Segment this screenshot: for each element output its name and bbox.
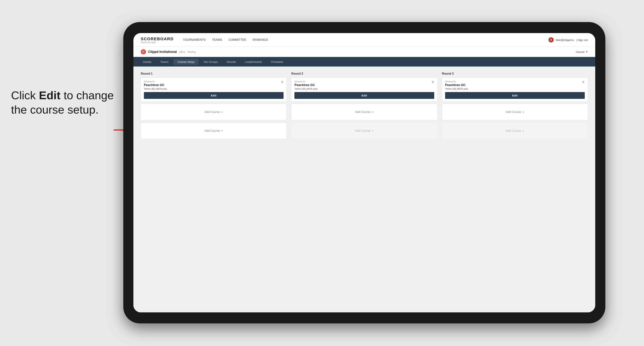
- round-2-course-name: Peachtree GC: [294, 83, 434, 87]
- tab-teams[interactable]: Teams: [156, 59, 172, 65]
- brand-sub: Powered by clippd: [141, 41, 174, 43]
- round-3-add-plus-2: +: [522, 129, 524, 133]
- round-1-add-course-1-label: Add Course: [204, 110, 220, 114]
- round-1-delete-icon[interactable]: 🗑: [280, 80, 284, 84]
- nav-links: TOURNAMENTS TEAMS COMMITTEE RANKINGS: [183, 38, 268, 41]
- round-2-add-plus-2: +: [372, 129, 374, 133]
- cancel-icon: ✕: [586, 50, 588, 53]
- round-1-course-tag: (Course A): [144, 80, 284, 83]
- round-2-add-plus-1: +: [372, 110, 374, 114]
- round-3-add-course-2: Add Course +: [442, 123, 588, 139]
- sign-out-link[interactable]: | Sign out: [576, 38, 588, 41]
- tab-bar: Details Teams Course Setup Tee Groups Re…: [134, 57, 595, 66]
- round-2-add-course-1[interactable]: Add Course +: [291, 104, 437, 120]
- tournament-name: Clippd Invitational: [148, 50, 177, 54]
- round-1-edit-button[interactable]: Edit: [144, 92, 284, 99]
- tab-results[interactable]: Results: [223, 59, 240, 65]
- clippd-logo: C: [141, 49, 146, 54]
- round-3-label: Round 3: [442, 72, 588, 75]
- tournament-gender: (Men): [179, 50, 185, 53]
- tournament-header: C Clippd Invitational (Men) Hosting Canc…: [134, 47, 595, 57]
- nav-rankings[interactable]: RANKINGS: [253, 38, 268, 41]
- instruction-before: Click: [11, 89, 39, 102]
- round-3-column: Round 3 🗑 (Course A) Peachtree GC Yellow…: [442, 72, 588, 141]
- tablet-screen: SCOREBOARD Powered by clippd TOURNAMENTS…: [134, 33, 595, 312]
- round-2-course-card: 🗑 (Course A) Peachtree GC Yellow (M) (66…: [291, 78, 437, 102]
- round-3-course-tag: (Course A): [445, 80, 585, 83]
- tab-tee-groups[interactable]: Tee Groups: [200, 59, 222, 65]
- round-1-add-course-2-label: Add Course: [204, 129, 220, 133]
- round-3-edit-button[interactable]: Edit: [445, 92, 585, 99]
- round-3-add-plus-1: +: [522, 110, 524, 114]
- round-2-column: Round 2 🗑 (Course A) Peachtree GC Yellow…: [291, 72, 437, 141]
- tablet-shell: SCOREBOARD Powered by clippd TOURNAMENTS…: [123, 22, 605, 323]
- top-nav: SCOREBOARD Powered by clippd TOURNAMENTS…: [134, 33, 595, 47]
- round-3-add-course-2-label: Add Course: [506, 129, 521, 133]
- nav-tournaments[interactable]: TOURNAMENTS: [183, 38, 206, 41]
- round-3-course-card: 🗑 (Course A) Peachtree GC Yellow (M) (66…: [442, 78, 588, 102]
- avatar: B: [548, 37, 554, 42]
- tab-leaderboards[interactable]: Leaderboards: [241, 59, 266, 65]
- round-2-add-course-2: Add Course +: [291, 123, 437, 139]
- round-1-label: Round 1: [141, 72, 287, 75]
- round-1-add-course-1[interactable]: Add Course +: [141, 104, 287, 120]
- round-2-label: Round 2: [291, 72, 437, 75]
- rounds-grid: Round 1 🗑 (Course A) Peachtree GC Yellow…: [141, 72, 588, 141]
- round-2-add-course-1-label: Add Course: [355, 110, 370, 114]
- cancel-button[interactable]: Cancel ✕: [576, 50, 588, 53]
- instruction-bold: Edit: [39, 89, 60, 102]
- round-3-course-name: Peachtree GC: [445, 83, 585, 87]
- round-2-edit-button[interactable]: Edit: [294, 92, 434, 99]
- nav-teams[interactable]: TEAMS: [212, 38, 222, 41]
- user-email: blair@clippd.io: [556, 38, 574, 41]
- nav-left: SCOREBOARD Powered by clippd TOURNAMENTS…: [141, 36, 268, 43]
- round-2-course-details: Yellow (M) (6629 yds): [294, 87, 434, 90]
- round-1-add-plus-2: +: [221, 129, 223, 133]
- round-3-course-details: Yellow (M) (6629 yds): [445, 87, 585, 90]
- round-1-course-name: Peachtree GC: [144, 83, 284, 87]
- brand-title: SCOREBOARD: [141, 36, 174, 41]
- round-1-course-details: Yellow (M) (6629 yds): [144, 87, 284, 90]
- nav-right: B blair@clippd.io | Sign out: [548, 37, 588, 42]
- round-2-course-tag: (Course A): [294, 80, 434, 83]
- round-3-add-course-1-label: Add Course: [506, 110, 521, 114]
- main-content: Round 1 🗑 (Course A) Peachtree GC Yellow…: [134, 66, 595, 312]
- nav-committee[interactable]: COMMITTEE: [228, 38, 246, 41]
- round-1-add-course-2[interactable]: Add Course +: [141, 123, 287, 139]
- cancel-label: Cancel: [576, 50, 584, 53]
- scoreboard-logo: SCOREBOARD Powered by clippd: [141, 36, 174, 43]
- round-2-add-course-2-label: Add Course: [355, 129, 370, 133]
- round-2-delete-icon[interactable]: 🗑: [431, 80, 435, 84]
- tournament-status: Hosting: [188, 50, 196, 53]
- round-1-add-plus-1: +: [221, 110, 223, 114]
- round-1-course-card: 🗑 (Course A) Peachtree GC Yellow (M) (66…: [141, 78, 287, 102]
- round-3-delete-icon[interactable]: 🗑: [582, 80, 586, 84]
- instruction-text: Click Edit to change the course setup.: [11, 88, 118, 117]
- round-3-add-course-1[interactable]: Add Course +: [442, 104, 588, 120]
- tab-details[interactable]: Details: [139, 59, 156, 65]
- tournament-title-area: C Clippd Invitational (Men) Hosting: [141, 49, 196, 54]
- tab-course-setup[interactable]: Course Setup: [174, 59, 198, 65]
- round-1-column: Round 1 🗑 (Course A) Peachtree GC Yellow…: [141, 72, 287, 141]
- tab-printables[interactable]: Printables: [267, 59, 288, 65]
